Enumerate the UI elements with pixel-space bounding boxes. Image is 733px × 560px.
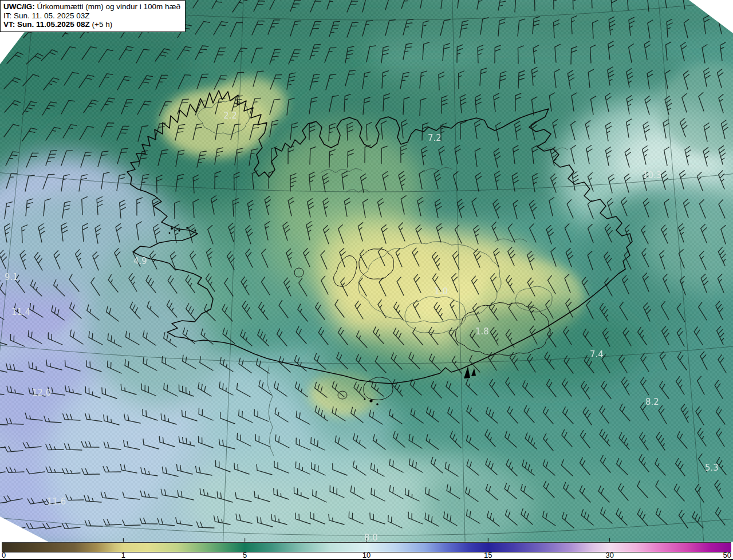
contour-label: 7.4 (590, 349, 604, 360)
contour-label: 9.1 (5, 272, 18, 282)
weather-map: 2.27.210.34.99.11.011.41.87.412.08.25.31… (0, 0, 733, 560)
contour-label: 1.8 (475, 326, 489, 337)
valid-time: VT: Sun. 11.05.2025 08Z (3, 20, 90, 29)
colorbar-tick-label: 1 (121, 551, 125, 559)
contour-label: 11.4 (11, 307, 30, 317)
map-canvas: 2.27.210.34.99.11.011.41.87.412.08.25.31… (0, 0, 733, 544)
colorbar: 01510153050 (0, 542, 733, 560)
contour-label: 5.3 (705, 463, 719, 473)
contour-label: 4.9 (133, 256, 147, 266)
contour-label: 11.6 (47, 496, 66, 507)
contour-label: 1.0 (434, 286, 448, 297)
colorbar-tick-label: 30 (605, 551, 613, 559)
contour-label: 10.3 (643, 170, 661, 180)
valid-time-line: VT: Sun. 11.05.2025 08Z (+5 h) (3, 20, 180, 29)
colorbar-tick-label: 15 (484, 551, 492, 559)
title-box: UWC/IG: Úrkomumætti (mm) og vindur i 100… (0, 0, 186, 32)
colorbar-tick-label: 10 (362, 551, 371, 559)
init-time: IT: Sun. 11. 05. 2025 03Z (3, 11, 180, 21)
colorbar-tick-label: 0 (2, 551, 6, 559)
contour-label: 8.2 (645, 397, 659, 407)
contour-label: 12.0 (32, 388, 51, 398)
model-id: UWC/IG: (3, 2, 35, 11)
product-title: Úrkomumætti (mm) og vindur i 100m hæð (37, 2, 181, 11)
pixel-texture (0, 0, 733, 543)
colorbar-labels: 01510153050 (2, 551, 731, 559)
colorbar-tick-label: 50 (723, 551, 731, 559)
contour-label: 2.2 (223, 111, 237, 121)
title-line: UWC/IG: Úrkomumætti (mm) og vindur i 100… (3, 2, 180, 11)
valid-offset: (+5 h) (92, 20, 113, 29)
contour-label: 7.2 (428, 133, 442, 143)
colorbar-tick-label: 5 (243, 551, 247, 559)
